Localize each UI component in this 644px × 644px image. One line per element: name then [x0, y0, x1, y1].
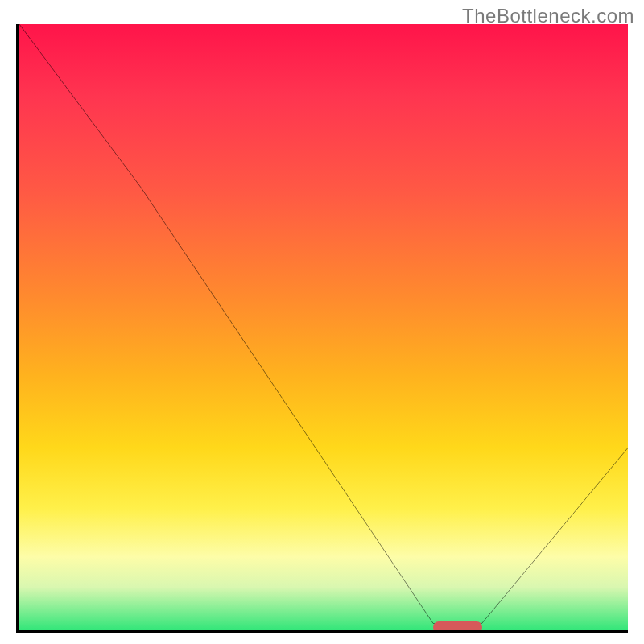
- bottleneck-curve: [19, 24, 628, 630]
- curve-path: [19, 24, 628, 623]
- optimum-marker: [433, 621, 481, 633]
- plot-area: [16, 24, 628, 633]
- chart-frame: TheBottleneck.com: [0, 0, 644, 644]
